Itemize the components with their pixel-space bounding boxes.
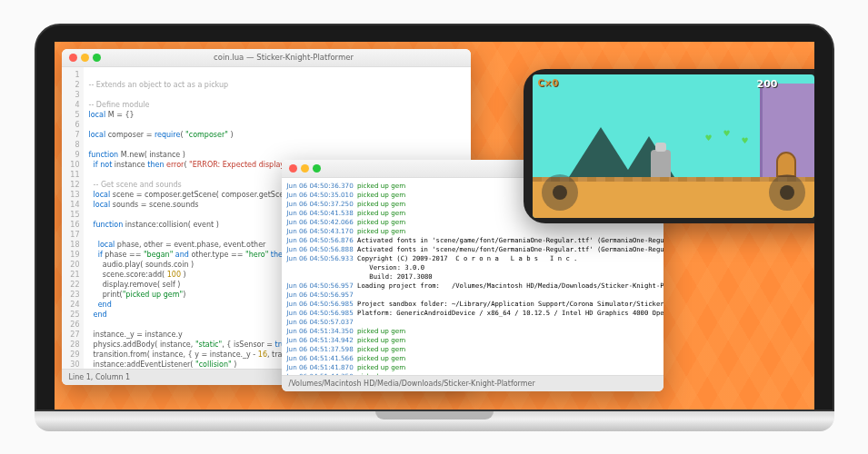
laptop-bezel: coin.lua — Sticker-Knight-Platformer 123… [35,24,834,411]
zoom-icon[interactable] [313,164,321,173]
heart-icon: ♥ [742,136,749,145]
close-icon[interactable] [289,164,297,173]
left-joystick[interactable] [542,174,578,211]
console-statusbar: /Volumes/Macintosh HD/Media/Downloads/St… [282,375,663,391]
laptop-frame: coin.lua — Sticker-Knight-Platformer 123… [35,24,834,431]
line-gutter: 1234567891011121314151617181920212223242… [62,67,84,369]
minimize-icon[interactable] [301,164,309,173]
heart-icon: ♥ [705,133,713,143]
phone-simulator[interactable]: ♥ ♥ ♥ C×0 200 [524,69,814,223]
heart-icon: ♥ [723,129,731,138]
coin-hud: C×0 [538,78,559,88]
castle-door [776,152,796,177]
laptop-notch [375,411,494,419]
close-icon[interactable] [69,54,77,62]
game-viewport[interactable]: ♥ ♥ ♥ C×0 200 [533,74,814,218]
right-joystick[interactable] [769,174,805,211]
desktop-screen: coin.lua — Sticker-Knight-Platformer 123… [55,42,814,410]
cursor-position: Line 1, Column 1 [69,373,131,381]
editor-title: coin.lua — Sticker-Knight-Platformer [105,53,464,62]
zoom-icon[interactable] [93,54,101,62]
score-display: 200 [757,78,778,90]
editor-titlebar[interactable]: coin.lua — Sticker-Knight-Platformer [62,49,471,67]
laptop-base [35,411,834,431]
console-path: /Volumes/Macintosh HD/Media/Downloads/St… [289,380,535,388]
player-character [651,150,671,177]
minimize-icon[interactable] [81,54,89,62]
